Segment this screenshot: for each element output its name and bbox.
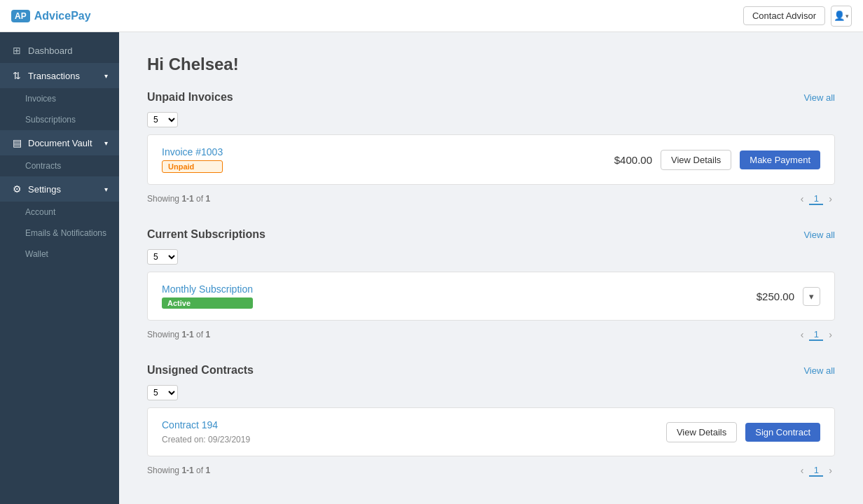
invoice-amount: $400.00 (614, 154, 652, 166)
document-vault-icon: ▤ (11, 137, 22, 148)
subscription-card-left: Monthly Subscription Active (162, 284, 253, 309)
user-menu-button[interactable]: 👤 ▾ (831, 6, 852, 27)
subscription-amount: $250.00 (757, 290, 794, 302)
unsigned-contracts-section: Unsigned Contracts View all 5102550 Cont… (147, 364, 835, 477)
unpaid-invoices-page-num: 1 (809, 193, 823, 205)
sidebar-item-emails-notifications-label: Emails & Notifications (25, 228, 106, 238)
current-subscriptions-view-all[interactable]: View all (803, 230, 835, 240)
unsigned-contracts-header: Unsigned Contracts View all (147, 364, 835, 377)
current-subscriptions-header: Current Subscriptions View all (147, 228, 835, 241)
contract-view-details-button[interactable]: View Details (666, 422, 737, 442)
sidebar-item-settings-label: Settings (28, 184, 61, 195)
current-subscriptions-prev-button[interactable]: ‹ (798, 328, 807, 342)
invoice-view-details-button[interactable]: View Details (661, 150, 731, 170)
contract-card-right: View Details Sign Contract (666, 422, 820, 442)
main-content: Hi Chelsea! Unpaid Invoices View all 510… (119, 32, 863, 504)
unsigned-contracts-per-page-select[interactable]: 5102550 (147, 385, 178, 400)
topnav-right: Contact Advisor 👤 ▾ (743, 6, 852, 27)
unsigned-contracts-pagination: ‹ 1 › (798, 463, 835, 477)
invoice-link-1003[interactable]: Invoice #1003 (162, 146, 223, 158)
app-layout: ⊞ Dashboard ⇅ Transactions ▾ Invoices Su… (0, 32, 863, 504)
unpaid-invoices-section: Unpaid Invoices View all 5102550 Invoice… (147, 91, 835, 206)
sidebar-item-wallet-label: Wallet (25, 249, 48, 259)
sidebar-item-contracts-label: Contracts (25, 161, 61, 171)
transactions-chevron-icon: ▾ (104, 72, 108, 80)
user-icon: 👤 (834, 10, 845, 21)
sidebar: ⊞ Dashboard ⇅ Transactions ▾ Invoices Su… (0, 32, 119, 504)
unpaid-invoices-per-page-select[interactable]: 5102550 (147, 112, 178, 127)
current-subscriptions-total: 1 (205, 330, 210, 340)
unsigned-contracts-range: 1-1 (181, 465, 193, 475)
sidebar-item-dashboard[interactable]: ⊞ Dashboard (0, 38, 119, 63)
invoice-card-left: Invoice #1003 Unpaid (162, 146, 223, 173)
contract-card-left: Contract 194 Created on: 09/23/2019 (162, 419, 250, 444)
unpaid-invoices-total: 1 (205, 194, 210, 204)
sidebar-item-settings[interactable]: ⚙ Settings ▾ (0, 176, 119, 202)
user-chevron-icon: ▾ (845, 13, 849, 20)
active-badge: Active (162, 298, 253, 309)
unsigned-contracts-total: 1 (205, 465, 210, 475)
current-subscriptions-title: Current Subscriptions (147, 228, 265, 241)
sidebar-item-account-label: Account (25, 207, 55, 217)
current-subscriptions-per-page-select[interactable]: 5102550 (147, 249, 178, 265)
settings-chevron-icon: ▾ (104, 186, 108, 193)
unsigned-contracts-showing: Showing 1-1 of 1 (147, 465, 210, 475)
sidebar-item-document-vault-label: Document Vault (28, 138, 92, 148)
unpaid-invoices-pagination: ‹ 1 › (798, 192, 835, 206)
current-subscriptions-range: 1-1 (181, 330, 193, 340)
unpaid-badge: Unpaid (162, 160, 223, 173)
sidebar-item-transactions[interactable]: ⇅ Transactions ▾ (0, 63, 119, 88)
contact-advisor-button[interactable]: Contact Advisor (743, 6, 825, 25)
sidebar-item-document-vault[interactable]: ▤ Document Vault ▾ (0, 130, 119, 155)
sidebar-item-invoices[interactable]: Invoices (0, 88, 119, 109)
unpaid-invoices-per-page: 5102550 (147, 112, 835, 127)
sidebar-item-contracts[interactable]: Contracts (0, 155, 119, 176)
contract-card-194: Contract 194 Created on: 09/23/2019 View… (147, 407, 835, 456)
subscription-card-right: $250.00 ▾ (757, 287, 820, 306)
invoice-card-1003: Invoice #1003 Unpaid $400.00 View Detail… (147, 134, 835, 185)
sidebar-item-dashboard-label: Dashboard (28, 46, 73, 56)
unpaid-invoices-range: 1-1 (181, 194, 193, 204)
current-subscriptions-pagination: ‹ 1 › (798, 328, 835, 342)
contract-link-194[interactable]: Contract 194 (162, 419, 250, 430)
subscription-dropdown-icon: ▾ (809, 291, 814, 302)
unsigned-contracts-next-button[interactable]: › (826, 463, 835, 477)
unpaid-invoices-header: Unpaid Invoices View all (147, 91, 835, 104)
unsigned-contracts-page-num: 1 (809, 465, 823, 477)
unsigned-contracts-per-page: 5102550 (147, 385, 835, 400)
current-subscriptions-section: Current Subscriptions View all 5102550 M… (147, 228, 835, 342)
contract-created-date: Created on: 09/23/2019 (162, 435, 250, 444)
unpaid-invoices-title: Unpaid Invoices (147, 91, 233, 104)
contract-sign-button[interactable]: Sign Contract (745, 423, 820, 442)
sidebar-item-wallet[interactable]: Wallet (0, 244, 119, 265)
sidebar-item-account[interactable]: Account (0, 202, 119, 223)
subscription-dropdown-button[interactable]: ▾ (803, 287, 820, 306)
logo-text: AdvicePay (34, 10, 91, 22)
current-subscriptions-pagination-row: Showing 1-1 of 1 ‹ 1 › (147, 328, 835, 342)
top-nav: AP AdvicePay Contact Advisor 👤 ▾ (0, 0, 863, 32)
sidebar-item-subscriptions[interactable]: Subscriptions (0, 109, 119, 130)
logo-badge: AP (11, 10, 30, 22)
current-subscriptions-showing: Showing 1-1 of 1 (147, 330, 210, 340)
subscription-card-monthly: Monthly Subscription Active $250.00 ▾ (147, 272, 835, 321)
unsigned-contracts-title: Unsigned Contracts (147, 364, 254, 377)
sidebar-item-subscriptions-label: Subscriptions (25, 115, 76, 125)
logo: AP AdvicePay (11, 10, 91, 22)
unsigned-contracts-view-all[interactable]: View all (803, 365, 835, 376)
sidebar-item-invoices-label: Invoices (25, 94, 56, 104)
dashboard-icon: ⊞ (11, 45, 22, 56)
subscription-link-monthly[interactable]: Monthly Subscription (162, 284, 253, 295)
unpaid-invoices-prev-button[interactable]: ‹ (798, 192, 807, 206)
transactions-icon: ⇅ (11, 70, 22, 81)
unpaid-invoices-showing: Showing 1-1 of 1 (147, 194, 210, 204)
current-subscriptions-next-button[interactable]: › (826, 328, 835, 342)
unpaid-invoices-next-button[interactable]: › (826, 192, 835, 206)
current-subscriptions-per-page: 5102550 (147, 249, 835, 265)
unsigned-contracts-pagination-row: Showing 1-1 of 1 ‹ 1 › (147, 463, 835, 477)
unsigned-contracts-prev-button[interactable]: ‹ (798, 463, 807, 477)
sidebar-item-transactions-label: Transactions (28, 71, 80, 81)
sidebar-item-emails-notifications[interactable]: Emails & Notifications (0, 223, 119, 244)
unpaid-invoices-view-all[interactable]: View all (803, 92, 835, 103)
invoice-card-right: $400.00 View Details Make Payment (614, 150, 820, 170)
invoice-make-payment-button[interactable]: Make Payment (740, 150, 820, 169)
